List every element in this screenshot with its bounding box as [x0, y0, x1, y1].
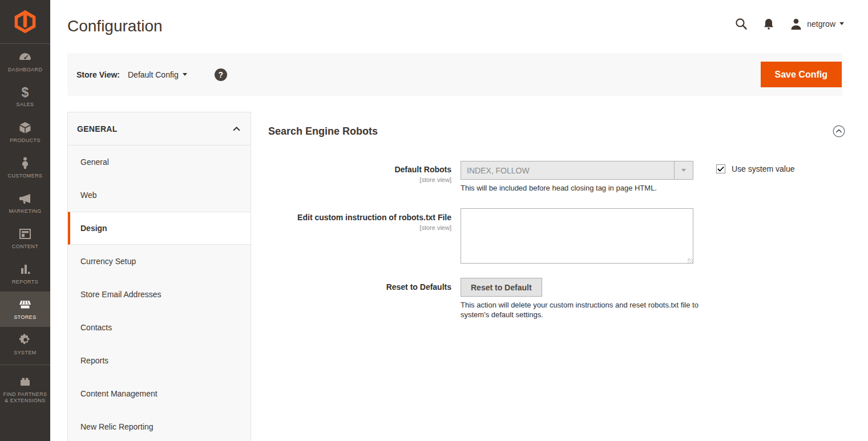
- config-nav-item-contacts[interactable]: Contacts: [68, 311, 251, 344]
- sidebar-item-label: CUSTOMERS: [6, 173, 45, 179]
- chevron-up-icon: [233, 127, 240, 131]
- magento-logo-icon: [13, 9, 38, 34]
- sidebar-item-label: SALES: [14, 102, 35, 108]
- sidebar-item-dashboard[interactable]: DASHBOARD: [0, 44, 50, 79]
- select-arrow-icon: [674, 161, 693, 179]
- section-collapse-button[interactable]: [833, 125, 845, 137]
- sidebar-item-label: DASHBOARD: [6, 67, 45, 73]
- content-icon: [18, 227, 32, 241]
- checkbox-label: Use system value: [732, 164, 794, 173]
- config-nav-item-web[interactable]: Web: [68, 179, 251, 212]
- sidebar-item-products[interactable]: PRODUCTS: [0, 115, 50, 150]
- sidebar-item-label: FIND PARTNERS & EXTENSIONS: [0, 391, 50, 404]
- stores-icon: [18, 298, 32, 311]
- robots-custom-instruction-textarea[interactable]: [461, 208, 693, 264]
- sidebar-item-label: SYSTEM: [12, 350, 38, 356]
- use-system-value-checkbox[interactable]: Use system value: [716, 164, 794, 173]
- config-nav-item-content-management[interactable]: Content Management: [68, 377, 251, 410]
- sidebar-item-system[interactable]: SYSTEM: [0, 327, 50, 362]
- customers-icon: [18, 156, 32, 170]
- marketing-icon: [18, 192, 32, 205]
- section-header: Search Engine Robots: [268, 125, 845, 137]
- sidebar-item-reports[interactable]: REPORTS: [0, 256, 50, 292]
- sidebar-nav: DASHBOARD $ SALES PRODUCTS CUSTOMERS: [0, 44, 50, 414]
- store-view-toolbar: Store View: Default Config ? Save Config: [67, 53, 842, 96]
- extensions-icon: [18, 375, 32, 389]
- reports-icon: [18, 262, 32, 276]
- sidebar-item-stores[interactable]: STORES: [0, 292, 50, 327]
- config-nav-item-currency-setup[interactable]: Currency Setup: [68, 245, 251, 278]
- field-label: Reset to Defaults: [268, 282, 451, 292]
- field-note: This action will delete your custom inst…: [461, 301, 700, 320]
- chevron-up-circle-icon: [833, 125, 845, 137]
- section-title: Search Engine Robots: [268, 126, 378, 137]
- header-actions: netgrow: [734, 17, 844, 30]
- config-nav-section-label: GENERAL: [77, 124, 118, 133]
- help-icon[interactable]: ?: [215, 68, 227, 81]
- sidebar-item-marketing[interactable]: MARKETING: [0, 185, 50, 221]
- system-icon: [18, 333, 32, 347]
- bell-icon: [763, 18, 774, 30]
- field-scope: [store view]: [268, 224, 451, 231]
- user-icon: [790, 18, 802, 30]
- store-view-label: Store View:: [76, 70, 120, 79]
- config-nav-item-design[interactable]: Design: [68, 212, 251, 245]
- field-scope: [store view]: [268, 176, 451, 183]
- sidebar-item-find-partners-extensions[interactable]: FIND PARTNERS & EXTENSIONS: [0, 365, 50, 414]
- page-title: Configuration: [67, 17, 163, 35]
- config-nav-item-general[interactable]: General: [68, 145, 251, 179]
- config-nav-item-new-relic-reporting[interactable]: New Relic Reporting: [68, 410, 251, 441]
- sidebar-item-label: CONTENT: [10, 244, 40, 250]
- field-note: This will be included before head closin…: [461, 184, 693, 193]
- search-engine-robots-form: Default Robots [store view] INDEX, FOLLO…: [268, 157, 845, 339]
- config-nav-item-store-email-addresses[interactable]: Store Email Addresses: [68, 278, 251, 311]
- sidebar-item-label: STORES: [12, 314, 38, 321]
- app-sidebar: DASHBOARD $ SALES PRODUCTS CUSTOMERS: [0, 0, 50, 441]
- config-nav-list: General Web Design Currency Setup Store …: [68, 145, 251, 441]
- notifications-button[interactable]: [763, 18, 774, 30]
- field-label: Default Robots: [268, 165, 451, 175]
- config-nav-section-general[interactable]: GENERAL: [68, 112, 251, 145]
- account-menu[interactable]: netgrow: [790, 18, 844, 30]
- magento-logo[interactable]: [0, 0, 50, 44]
- config-nav-item-reports[interactable]: Reports: [68, 344, 251, 377]
- reset-to-default-button[interactable]: Reset to Default: [461, 278, 542, 297]
- config-nav-panel: GENERAL General Web Design Currency Setu…: [67, 112, 251, 441]
- search-button[interactable]: [734, 17, 748, 30]
- default-robots-select[interactable]: INDEX, FOLLOW: [461, 161, 693, 180]
- save-config-button[interactable]: Save Config: [761, 62, 842, 87]
- sidebar-item-label: REPORTS: [10, 279, 40, 285]
- default-robots-value: INDEX, FOLLOW: [461, 161, 674, 179]
- chevron-down-icon: [183, 73, 187, 76]
- chevron-down-icon: [839, 22, 844, 25]
- sidebar-item-label: PRODUCTS: [8, 137, 42, 144]
- search-icon: [734, 17, 748, 30]
- checkbox-checked-icon: [716, 164, 725, 173]
- user-name: netgrow: [807, 19, 835, 29]
- store-view-switcher[interactable]: Default Config: [128, 70, 187, 79]
- store-view-value: Default Config: [128, 70, 179, 79]
- field-label: Edit custom instruction of robots.txt Fi…: [268, 213, 451, 222]
- dashboard-icon: [18, 50, 32, 64]
- sidebar-item-customers[interactable]: CUSTOMERS: [0, 150, 50, 185]
- sidebar-item-sales[interactable]: $ SALES: [0, 79, 50, 115]
- products-icon: [18, 121, 32, 135]
- sales-icon: $: [22, 86, 29, 99]
- sidebar-item-label: MARKETING: [7, 208, 43, 215]
- sidebar-item-content[interactable]: CONTENT: [0, 221, 50, 256]
